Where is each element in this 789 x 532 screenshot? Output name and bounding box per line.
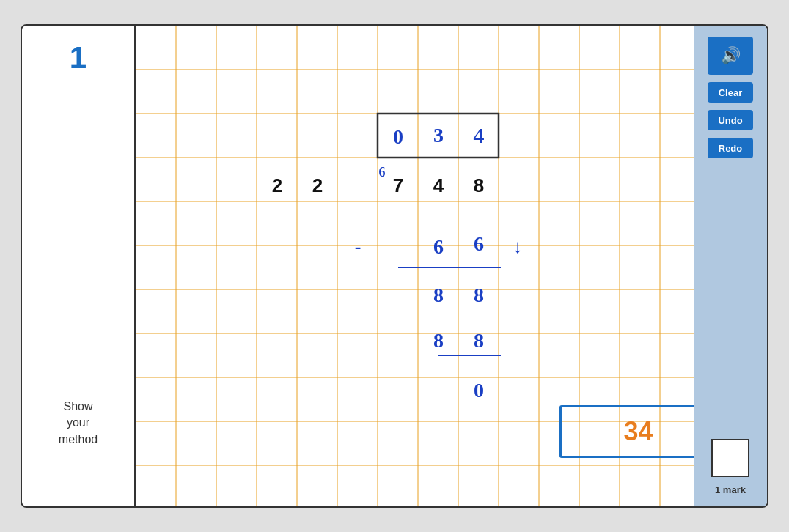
minus-sign: - [355, 236, 362, 258]
digit-8-c: 8 [433, 284, 444, 307]
main-container: 1 Show your method [21, 24, 768, 508]
arrow-down: ↓ [513, 236, 523, 258]
digit-8-e: 8 [433, 329, 444, 352]
digit-4-row2: 4 [433, 174, 444, 197]
sound-button[interactable]: 🔊 [708, 37, 753, 75]
answer-box: 34 [559, 405, 694, 458]
digit-7: 7 [393, 174, 403, 197]
right-panel: 🔊 Clear Undo Redo 1 mark [694, 26, 767, 506]
mark-label: 1 mark [715, 484, 746, 495]
digit-0-row1: 0 [393, 125, 403, 149]
digit-8-f: 8 [474, 329, 484, 352]
mark-box [711, 439, 749, 477]
digit-4-row1: 4 [474, 123, 485, 148]
digit-0-final: 0 [474, 379, 484, 402]
digit-8-d: 8 [474, 284, 484, 307]
question-number: 1 [70, 40, 87, 75]
digit-6-a: 6 [433, 235, 444, 259]
sound-icon: 🔊 [721, 46, 741, 65]
digit-2-a: 2 [272, 174, 282, 197]
digit-2-b: 2 [312, 174, 323, 197]
digit-6-b: 6 [474, 232, 484, 256]
digit-3-row1: 3 [433, 124, 444, 147]
digit-8-row2: 8 [474, 174, 484, 197]
left-panel: 1 Show your method [22, 26, 136, 506]
undo-button[interactable]: Undo [708, 110, 753, 130]
show-method-label: Show your method [59, 399, 98, 448]
digit-6-super: 6 [379, 165, 386, 180]
redo-button[interactable]: Redo [708, 138, 753, 158]
main-area[interactable]: 0 3 4 2 2 6 7 4 8 - 6 6 ↓ 8 8 8 8 0 34 [136, 26, 694, 506]
answer-value: 34 [623, 416, 653, 447]
clear-button[interactable]: Clear [708, 82, 753, 103]
